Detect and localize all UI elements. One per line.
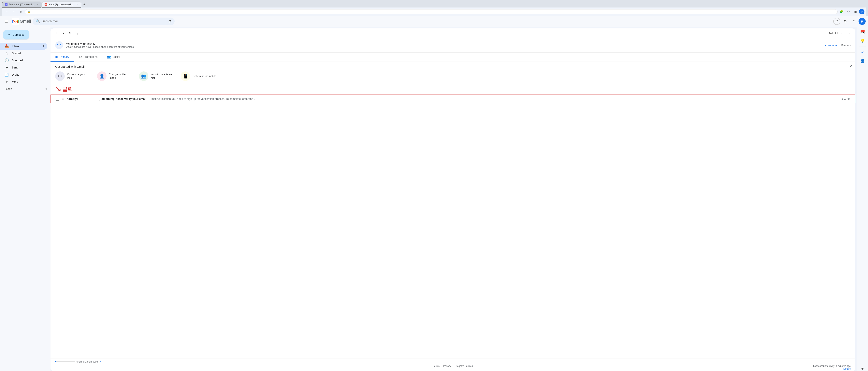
- gs-item-mobile[interactable]: 📱 Get Gmail for mobile: [181, 71, 216, 81]
- select-all-checkbox[interactable]: ☐: [54, 30, 61, 37]
- gmail-app: ☰ Gmail 🔍 ⚙ ? ⚙ ⠿ P: [0, 16, 868, 371]
- tab-promotions[interactable]: 🏷 Promotions: [74, 53, 102, 62]
- drafts-icon: 📄: [5, 72, 9, 77]
- nav-back-button[interactable]: ←: [4, 9, 9, 14]
- promotions-tab-label: Promotions: [84, 55, 97, 58]
- email-snippet: - E-mail Verification You need to sign-u…: [147, 97, 256, 100]
- browser-toolbar-right: 🧩 ☆ ▣ P: [839, 9, 864, 14]
- keep-button[interactable]: 💡: [859, 37, 866, 45]
- sidebar: ✏ Compose 📥 Inbox 1 ☆ Starred 🕐 Snoozed …: [0, 27, 51, 371]
- click-text: 클릭: [62, 86, 73, 93]
- gs-item-import[interactable]: 👥 Import contacts and mail: [139, 71, 175, 81]
- page-count: 1–1 of 1: [829, 32, 838, 35]
- gmail-logo-text: Gmail: [20, 19, 31, 24]
- address-security-icon: 🔒: [27, 10, 31, 13]
- promotions-tab-icon: 🏷: [79, 55, 82, 59]
- address-bar[interactable]: 🔒 mail.google.com/mail/u/0/?ogbl#inbox: [25, 9, 838, 14]
- mail-tabs: ▣ Primary 🏷 Promotions 👥 Social: [51, 53, 856, 62]
- apps-button[interactable]: ⠿: [850, 18, 858, 25]
- tab-close-gmail[interactable]: ✕: [76, 3, 79, 6]
- program-policies-link[interactable]: Program Policies: [455, 365, 473, 367]
- nav-refresh-button[interactable]: ↻: [18, 9, 24, 14]
- gs-item-profile[interactable]: 👤 Change profile image: [97, 71, 132, 81]
- add-widget-button[interactable]: +: [859, 365, 866, 371]
- tab-favicon-pomerium: P: [5, 3, 7, 6]
- snoozed-label: Snoozed: [12, 59, 44, 62]
- refresh-button[interactable]: ↻: [66, 30, 73, 37]
- main-content: ☐ ▾ ↻ ⋮ 1–1 of 1 ‹ › 🛡 We protect your p…: [51, 28, 856, 371]
- click-annotation: ↙ 클릭: [51, 84, 856, 94]
- footer-sep-1: ·: [441, 365, 442, 367]
- more-label: More: [12, 80, 44, 83]
- getting-started-card: Get started with Gmail ✕ ⚙ Customize you…: [51, 62, 856, 84]
- details-link[interactable]: Details: [55, 367, 850, 370]
- sidebar-item-snoozed[interactable]: 🕐 Snoozed: [0, 57, 48, 64]
- new-tab-button[interactable]: +: [82, 2, 87, 7]
- browser-chrome: P Pomerium | The Web3 Game ✕ M Inbox (1)…: [0, 0, 868, 16]
- more-options-button[interactable]: ⋮: [74, 30, 81, 37]
- email-row[interactable]: ☆ noreply4 [Pomerium] Please verify your…: [51, 95, 856, 103]
- privacy-text: We protect your privacy Ads in Gmail are…: [66, 42, 820, 48]
- dismiss-button[interactable]: Dismiss: [841, 43, 850, 47]
- prev-page-button[interactable]: ‹: [839, 30, 845, 36]
- gmail-logo[interactable]: Gmail: [12, 18, 31, 25]
- search-input[interactable]: [42, 20, 167, 23]
- getting-started-close-button[interactable]: ✕: [849, 64, 852, 68]
- privacy-shield-icon: 🛡: [55, 41, 63, 49]
- customize-label: Customize your inbox: [67, 73, 91, 80]
- terms-link[interactable]: Terms: [433, 365, 439, 367]
- email-body: [Pomerium] Please verify your email - E-…: [99, 97, 839, 100]
- right-sidebar: 📅 💡 ✓ 👤 +: [857, 27, 868, 371]
- privacy-link[interactable]: Privacy: [443, 365, 451, 367]
- tab-close-pomerium[interactable]: ✕: [36, 3, 39, 6]
- address-input[interactable]: mail.google.com/mail/u/0/?ogbl#inbox: [32, 10, 835, 13]
- tab-primary[interactable]: ▣ Primary: [51, 53, 74, 62]
- next-page-button[interactable]: ›: [846, 30, 852, 36]
- profile-icon: 👤: [97, 71, 106, 81]
- hamburger-menu-button[interactable]: ☰: [2, 18, 10, 25]
- contacts-button[interactable]: 👤: [859, 57, 866, 65]
- starred-label: Starred: [12, 52, 44, 55]
- settings-button[interactable]: ⚙: [841, 18, 849, 25]
- privacy-actions: Learn more Dismiss: [824, 43, 850, 47]
- compose-label: Compose: [12, 33, 25, 36]
- sidebar-item-inbox[interactable]: 📥 Inbox 1: [0, 42, 48, 50]
- privacy-subtitle: Ads in Gmail are never based on the cont…: [66, 45, 820, 48]
- browser-profile-avatar[interactable]: P: [859, 9, 864, 14]
- right-sidebar-divider: [859, 47, 866, 47]
- tasks-button[interactable]: ✓: [859, 48, 866, 56]
- header-actions: ? ⚙ ⠿ P: [833, 18, 866, 25]
- user-avatar[interactable]: P: [859, 18, 866, 25]
- email-star-button[interactable]: ☆: [62, 97, 64, 101]
- search-bar[interactable]: 🔍 ⚙: [33, 18, 175, 25]
- sidebar-button[interactable]: ▣: [852, 9, 858, 14]
- sidebar-item-drafts[interactable]: 📄 Drafts: [0, 71, 48, 78]
- tab-pomerium[interactable]: P Pomerium | The Web3 Game ✕: [2, 2, 41, 7]
- select-dropdown-button[interactable]: ▾: [62, 30, 65, 37]
- browser-toolbar: ← → ↻ 🔒 mail.google.com/mail/u/0/?ogbl#i…: [2, 7, 866, 16]
- sidebar-item-starred[interactable]: ☆ Starred: [0, 50, 48, 57]
- learn-more-button[interactable]: Learn more: [824, 43, 838, 47]
- extensions-button[interactable]: 🧩: [839, 9, 845, 14]
- email-checkbox[interactable]: [56, 97, 59, 101]
- storage-bar: [55, 361, 56, 362]
- tab-social[interactable]: 👥 Social: [102, 53, 125, 62]
- labels-add-button[interactable]: +: [45, 87, 48, 91]
- storage-link[interactable]: ↗: [99, 360, 101, 363]
- search-filter-icon[interactable]: ⚙: [168, 19, 172, 24]
- compose-button[interactable]: ✏ Compose: [3, 30, 29, 39]
- nav-forward-button[interactable]: →: [11, 9, 17, 14]
- sidebar-item-sent[interactable]: ➤ Sent: [0, 64, 48, 71]
- gmail-m-logo: [12, 18, 19, 25]
- storage-row: 0 GB of 15 GB used ↗: [55, 360, 850, 363]
- import-label: Import contacts and mail: [151, 73, 175, 80]
- primary-tab-icon: ▣: [55, 55, 58, 59]
- mobile-label: Get Gmail for mobile: [192, 74, 216, 78]
- bookmark-button[interactable]: ☆: [845, 9, 851, 14]
- help-button[interactable]: ?: [833, 18, 840, 25]
- gs-item-customize[interactable]: ⚙ Customize your inbox: [55, 71, 91, 81]
- storage-text: 0 GB of 15 GB used: [76, 360, 98, 363]
- calendar-button[interactable]: 📅: [859, 28, 866, 36]
- sidebar-item-more[interactable]: ∨ More: [0, 78, 48, 85]
- tab-gmail[interactable]: M Inbox (1) - pomeseojin24@gm... ✕: [42, 2, 81, 7]
